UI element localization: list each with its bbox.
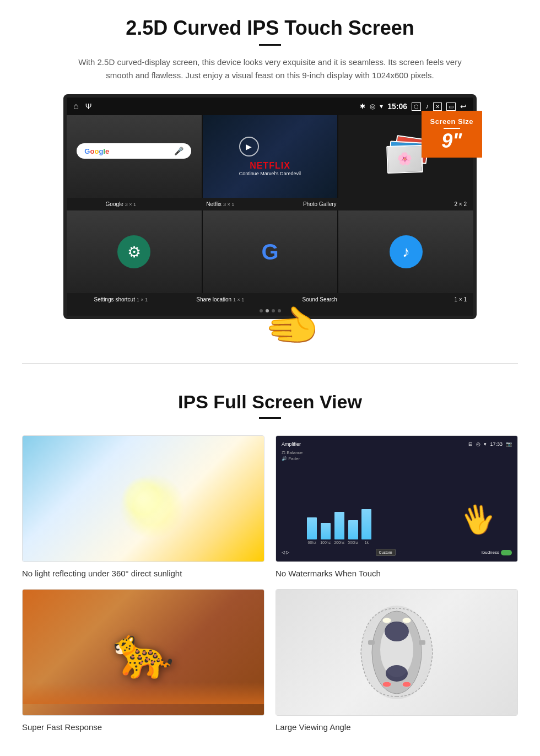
eq-balance: ⚖ Balance: [282, 450, 303, 455]
section-ips-view: IPS Full Screen View No light reflecting…: [0, 386, 540, 754]
google-label: Google 3 × 1: [71, 200, 171, 208]
flower-icon: 🌸: [397, 152, 412, 167]
app-labels-row2: Settings shortcut 1 × 1 Share location 1…: [67, 293, 473, 306]
title-underline: [259, 44, 281, 46]
back-icon: ↩: [460, 102, 467, 111]
eq-bar-60: 60hz: [307, 517, 317, 544]
feature-label-sunlight: No light reflecting under 360° direct su…: [22, 569, 264, 578]
sound-icon: ♪: [390, 235, 423, 268]
settings-icon: ⚙: [117, 235, 150, 268]
svg-point-4: [386, 665, 408, 682]
eq-label-60: 60hz: [308, 541, 316, 544]
feature-label-equalizer: No Watermarks When Touch: [276, 569, 518, 578]
svg-point-8: [402, 618, 411, 623]
eq-custom-button[interactable]: Custom: [376, 549, 396, 556]
dot-3: [272, 309, 275, 312]
status-time: 15:06: [387, 102, 407, 111]
screen-size-badge: Screen Size 9": [422, 111, 483, 158]
dot-1: [260, 309, 263, 312]
svg-point-9: [382, 682, 391, 687]
netflix-content: ▶ NETFLIX Continue Marvel's Daredevil: [203, 115, 338, 198]
google-search-bar[interactable]: Google 🎤: [77, 143, 191, 159]
wifi-icon: ▾: [380, 102, 383, 110]
feature-sunlight: No light reflecting under 360° direct su…: [22, 435, 264, 578]
netflix-overlay: ▶ NETFLIX Continue Marvel's Daredevil: [239, 137, 301, 176]
eq-loudness-toggle[interactable]: loudness: [482, 550, 512, 555]
loudness-label: loudness: [482, 550, 499, 555]
eq-bar-1k: 1k: [361, 509, 371, 544]
device-screen: ⌂ Ψ ✱ ◎ ▾ 15:06 ⬡ ♪ ✕ ▭ ↩: [63, 94, 477, 319]
app-cell-share[interactable]: G: [203, 210, 338, 293]
section-divider: [22, 363, 518, 364]
sound-size-label: 1 × 1: [370, 295, 469, 304]
eq-bar-200: 200hz: [334, 512, 344, 544]
eq-bar-viz-500: [348, 520, 358, 539]
toggle-track: [501, 550, 512, 555]
app-cell-google[interactable]: Google 🎤: [67, 115, 202, 198]
app-grid-row2: ⚙ G ♪: [67, 210, 473, 293]
app-labels-row1: Google 3 × 1 Netflix 3 × 1 Photo Gallery…: [67, 198, 473, 210]
settings-label: Settings shortcut 1 × 1: [71, 295, 171, 304]
home-icon: ⌂: [73, 101, 79, 111]
dot-2: [266, 309, 269, 312]
svg-rect-5: [368, 640, 375, 645]
eq-icon3: ▾: [484, 441, 487, 447]
feature-equalizer: Amplifier ⊟ ◎ ▾ 17:33 📷 ⚖ Balance 🔊 Fad: [276, 435, 518, 578]
sun-glow: [119, 473, 185, 539]
google-logo: Google: [84, 147, 109, 155]
usb-icon: Ψ: [85, 102, 92, 111]
settings-size: 1 × 1: [137, 297, 148, 303]
volume-icon: ♪: [425, 102, 429, 110]
eq-sidebar: ⚖ Balance 🔊 Fader: [282, 450, 303, 547]
device-mockup: ⌂ Ψ ✱ ◎ ▾ 15:06 ⬡ ♪ ✕ ▭ ↩: [63, 94, 477, 319]
svg-point-10: [402, 682, 411, 687]
eq-title: Amplifier: [282, 441, 301, 447]
section1-description: With 2.5D curved-display screen, this de…: [77, 56, 463, 82]
car-svg: [353, 597, 441, 708]
eq-header: Amplifier ⊟ ◎ ▾ 17:33 📷: [282, 441, 512, 447]
eq-footer: ◁ ▷ Custom loudness: [282, 549, 512, 556]
svg-point-7: [382, 618, 391, 623]
section1-title: 2.5D Curved IPS Touch Screen: [33, 17, 507, 40]
cheetah-bg: 🐆: [23, 590, 264, 715]
feature-image-equalizer: Amplifier ⊟ ◎ ▾ 17:33 📷 ⚖ Balance 🔊 Fad: [276, 435, 518, 562]
eq-label-200: 200hz: [334, 541, 344, 544]
eq-icon4: 📷: [506, 441, 512, 447]
google-size: 3 × 1: [125, 202, 136, 207]
eq-time: 17:33: [490, 441, 503, 447]
app-cell-netflix[interactable]: ▶ NETFLIX Continue Marvel's Daredevil: [203, 115, 338, 198]
svg-point-3: [385, 622, 409, 641]
feature-label-cheetah: Super Fast Response: [22, 722, 264, 732]
section2-underline: [259, 417, 281, 419]
eq-icon1: ⊟: [468, 441, 473, 447]
eq-bar-100: 100hz: [320, 523, 331, 544]
feature-image-sunlight: [22, 435, 264, 562]
eq-fader: 🔊 Fader: [282, 456, 303, 461]
eq-bar-viz-60: [307, 517, 317, 539]
share-size: 1 × 1: [233, 297, 244, 303]
eq-icon2: ◎: [476, 441, 480, 447]
location-icon: ◎: [370, 102, 375, 110]
netflix-brand: NETFLIX: [239, 161, 301, 171]
eq-nav-back: ◁ ▷: [282, 550, 289, 555]
share-label: Share location 1 × 1: [171, 295, 271, 304]
eq-bars-area: 60hz 100hz 200hz: [305, 450, 512, 547]
status-bar: ⌂ Ψ ✱ ◎ ▾ 15:06 ⬡ ♪ ✕ ▭ ↩: [67, 98, 473, 115]
mic-icon: 🎤: [174, 147, 183, 155]
dot-4: [278, 309, 281, 312]
feature-image-cheetah: 🐆: [22, 589, 264, 716]
badge-title: Screen Size: [430, 117, 474, 126]
section2-title: IPS Full Screen View: [22, 391, 518, 413]
badge-underline: [444, 128, 460, 129]
app-cell-settings[interactable]: ⚙: [67, 210, 202, 293]
gallery-size-label: 2 × 2: [370, 200, 469, 208]
sound-label: Sound Search: [270, 295, 370, 304]
gallery-label: Photo Gallery: [270, 200, 370, 208]
camera-icon: ⬡: [412, 102, 421, 111]
status-left-icons: ⌂ Ψ: [73, 101, 91, 111]
play-button[interactable]: ▶: [239, 137, 259, 156]
window-icon: ▭: [446, 102, 456, 111]
google-g-icon: G: [261, 240, 278, 264]
feature-cheetah: 🐆 Super Fast Response: [22, 589, 264, 732]
app-cell-sound[interactable]: ♪: [338, 210, 473, 293]
